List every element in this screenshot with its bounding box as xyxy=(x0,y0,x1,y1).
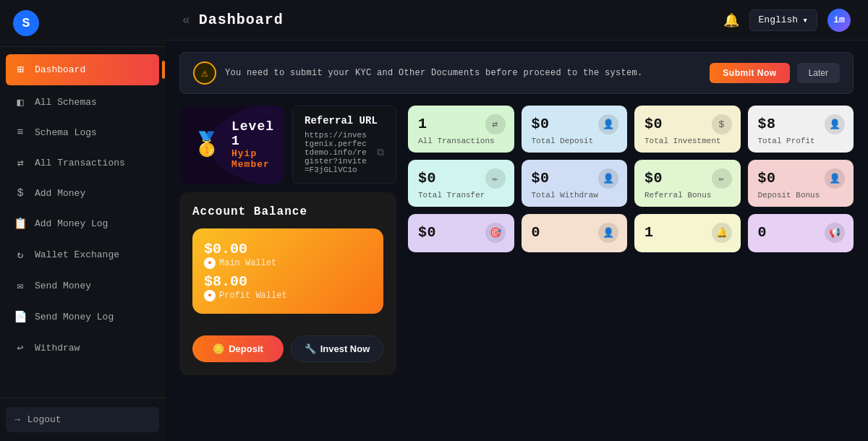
sidebar-item-add-money[interactable]: $ Add Money xyxy=(0,179,165,208)
main-content: « Dashboard 🔔 English ▾ im ⚠ You need to… xyxy=(165,0,868,441)
sidebar-item-send-money-log[interactable]: 📄 Send Money Log xyxy=(0,301,165,333)
deposit-stat-icon: 👤 xyxy=(598,114,618,134)
transfer-stat-icon: ✏ xyxy=(485,168,506,189)
sidebar-logo: S xyxy=(0,0,165,47)
stat-label: Total Deposit xyxy=(532,137,618,145)
stat-label: Total Transfer xyxy=(418,191,504,200)
submit-now-button[interactable]: Submit Now xyxy=(710,63,789,83)
left-panel: 🥇 Level 1 Hyip Member Referral URL https… xyxy=(179,106,396,375)
profit-wallet-label: ● Profit Wallet xyxy=(204,290,372,301)
send-money-log-icon: 📄 xyxy=(13,310,27,324)
notification-bell-icon[interactable]: 🔔 xyxy=(723,12,739,28)
sidebar-item-all-schemas[interactable]: ◧ All Schemas xyxy=(0,87,165,118)
copy-icon[interactable]: ⧉ xyxy=(377,147,384,158)
kyc-left: ⚠ You need to submit your KYC and Other … xyxy=(193,61,643,85)
profit-wallet-section: $8.00 ● Profit Wallet xyxy=(204,273,372,301)
sidebar-item-label: Schema Logs xyxy=(35,127,97,138)
referral-section: Referral URL https://investgenix.perfect… xyxy=(292,106,396,184)
sidebar-item-send-money[interactable]: ✉ Send Money xyxy=(0,270,165,301)
sidebar-item-label: Withdraw xyxy=(35,343,80,354)
kyc-warning-icon: ⚠ xyxy=(193,61,216,85)
sidebar-item-label: Send Money Log xyxy=(35,312,114,322)
level-subtitle: Hyip Member xyxy=(231,148,274,170)
referral-url-row: https://investgenix.perfectdemo.info/reg… xyxy=(305,131,384,174)
main-coin-icon: ● xyxy=(204,257,216,269)
stat-all-transactions: ⇄ 1 All Transactions xyxy=(408,106,514,153)
later-button[interactable]: Later xyxy=(797,63,840,83)
stat-label: Total Profit xyxy=(758,137,844,145)
language-label: English xyxy=(759,14,799,25)
main-wallet-amount: $0.00 xyxy=(204,241,372,257)
profit-stat-icon: 👤 xyxy=(825,114,845,134)
stat-label: Deposit Bonus xyxy=(758,191,844,200)
referral-title: Referral URL xyxy=(305,115,384,127)
balance-title: Account Balance xyxy=(192,205,383,218)
main-wallet-section: $0.00 ● Main Wallet xyxy=(204,241,372,269)
sidebar-bottom: → Logout xyxy=(0,398,165,441)
page-title: Dashboard xyxy=(199,12,284,28)
sidebar-item-label: All Schemas xyxy=(35,97,97,108)
dashboard-grid: 🥇 Level 1 Hyip Member Referral URL https… xyxy=(179,106,854,375)
avatar[interactable]: im xyxy=(827,9,851,32)
stat-total-investment: $ $0 Total Investment xyxy=(634,106,741,153)
person-stat-icon: 👤 xyxy=(598,223,618,243)
nav-arrows-icon[interactable]: « xyxy=(182,13,190,27)
wallet-card-main: $0.00 ● Main Wallet $8.00 ● Pro xyxy=(192,228,383,314)
level-referral-row: 🥇 Level 1 Hyip Member Referral URL https… xyxy=(179,106,396,184)
main-wallet-label: ● Main Wallet xyxy=(204,257,372,269)
sidebar-item-label: All Transactions xyxy=(35,158,125,168)
invest-now-button[interactable]: 🔧 Invest Now xyxy=(291,335,383,362)
chevron-down-icon: ▾ xyxy=(802,14,808,26)
sidebar-item-wallet-exchange[interactable]: ↻ Wallet Exchange xyxy=(0,239,165,270)
sidebar-item-add-money-log[interactable]: 📋 Add Money Log xyxy=(0,208,165,239)
language-selector[interactable]: English ▾ xyxy=(749,9,817,31)
balance-card: Account Balance $0.00 ● Main Wallet xyxy=(179,192,396,375)
profit-coin-icon: ● xyxy=(204,290,216,301)
stats-row-1: ⇄ 1 All Transactions 👤 $0 Total Deposit … xyxy=(408,106,854,153)
sidebar-item-label: Wallet Exchange xyxy=(35,249,119,260)
deposit-bonus-stat-icon: 👤 xyxy=(825,168,845,189)
stat-referral-bonus: ✏ $0 Referral Bonus xyxy=(634,160,741,207)
megaphone-stat-icon: 📢 xyxy=(825,223,845,243)
referral-bonus-stat-icon: ✏ xyxy=(712,168,732,189)
stat-total-deposit: 👤 $0 Total Deposit xyxy=(522,106,628,153)
sidebar-item-all-transactions[interactable]: ⇄ All Transactions xyxy=(0,147,165,179)
stats-row-2: ✏ $0 Total Transfer 👤 $0 Total Withdraw … xyxy=(408,160,854,207)
stat-row3-0: 🎯 $0 xyxy=(408,214,514,252)
logout-label: Logout xyxy=(27,414,61,425)
stat-label: Total Withdraw xyxy=(532,191,618,200)
header-left: « Dashboard xyxy=(182,12,284,28)
bell-stat-icon: 🔔 xyxy=(712,223,732,243)
level-info: Level 1 Hyip Member xyxy=(231,119,274,170)
stat-total-profit: 👤 $8 Total Profit xyxy=(748,106,854,153)
kyc-banner: ⚠ You need to submit your KYC and Other … xyxy=(179,52,854,94)
add-money-log-icon: 📋 xyxy=(13,217,27,231)
sidebar-item-label: Add Money Log xyxy=(35,218,108,229)
profit-wallet-amount: $8.00 xyxy=(204,273,372,290)
logo-icon: S xyxy=(13,10,39,36)
header-right: 🔔 English ▾ im xyxy=(723,9,851,32)
stat-label: Total Investment xyxy=(644,137,731,145)
deposit-button[interactable]: 🪙 Deposit xyxy=(192,335,284,362)
wallet-exchange-icon: ↻ xyxy=(13,248,27,262)
target-stat-icon: 🎯 xyxy=(485,223,506,243)
schemas-icon: ◧ xyxy=(13,95,27,109)
wallet-stacked: $0.00 ● Main Wallet $8.00 ● Pro xyxy=(192,228,383,322)
stat-total-transfer: ✏ $0 Total Transfer xyxy=(408,160,514,207)
withdraw-stat-icon: 👤 xyxy=(598,168,618,189)
referral-url-text: https://investgenix.perfectdemo.info/reg… xyxy=(305,131,371,174)
sidebar-item-schema-logs[interactable]: ≡ Schema Logs xyxy=(0,118,165,147)
sidebar-item-withdraw[interactable]: ↩ Withdraw xyxy=(0,333,165,364)
stats-row-3: 🎯 $0 👤 0 🔔 1 📢 xyxy=(408,214,854,252)
content-area: ⚠ You need to submit your KYC and Other … xyxy=(165,40,868,441)
transactions-stat-icon: ⇄ xyxy=(485,114,506,134)
header: « Dashboard 🔔 English ▾ im xyxy=(165,0,868,40)
sidebar-item-dashboard[interactable]: ⊞ Dashboard xyxy=(6,54,159,85)
schema-logs-icon: ≡ xyxy=(13,127,27,139)
balance-actions: 🪙 Deposit 🔧 Invest Now xyxy=(192,335,383,362)
sidebar-nav: ⊞ Dashboard ◧ All Schemas ≡ Schema Logs … xyxy=(0,47,165,398)
kyc-message: You need to submit your KYC and Other Do… xyxy=(225,68,643,78)
level-title: Level 1 xyxy=(231,119,274,148)
logout-button[interactable]: → Logout xyxy=(6,407,159,432)
sidebar-item-label: Send Money xyxy=(35,281,91,291)
